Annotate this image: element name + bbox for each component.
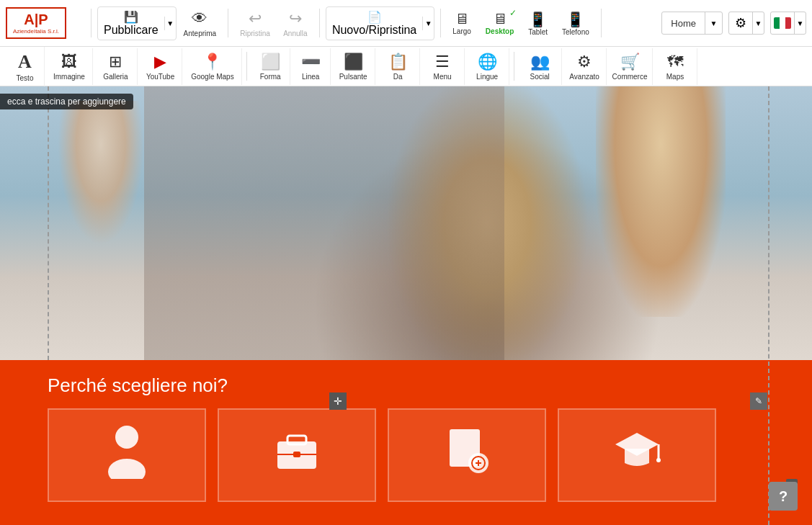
language-button[interactable]: ▼ [770, 12, 806, 35]
svg-rect-1 [780, 17, 785, 29]
shape-icon: ⬜ [261, 53, 280, 71]
maps-label: Google Maps [191, 73, 233, 81]
icon-card-briefcase[interactable] [218, 408, 376, 502]
separator-4 [440, 9, 441, 37]
line-label: Linea [302, 73, 319, 81]
languages-icon: 🌐 [478, 53, 497, 71]
tablet-label: Tablet [528, 28, 548, 36]
redo-icon: ↪ [289, 9, 302, 28]
undo-button[interactable]: ↩ Ripristina [234, 6, 276, 40]
svg-point-4 [108, 459, 146, 479]
preview-button[interactable]: 👁 Anteprima [178, 6, 223, 40]
icon-card-certificate[interactable] [388, 408, 546, 502]
redo-button[interactable]: ↪ Annulla [277, 6, 313, 40]
commerce-tool-button[interactable]: 🛒 Commerce [608, 48, 653, 85]
image-tool-button[interactable]: 🖼 Immagine [46, 48, 93, 85]
edit-button[interactable]: ✎ [750, 392, 767, 410]
gear-icon[interactable]: ⚙ [729, 12, 752, 34]
view-mode-group: 🖥 Largo ✓ 🖥 Desktop 📱 Tablet 📱 Telefono [447, 8, 595, 39]
icon-card-graduation[interactable] [558, 408, 716, 502]
languages-tool-button[interactable]: 🌐 Lingue [466, 48, 509, 85]
menu-label: Menu [434, 73, 452, 81]
graduation-svg [612, 427, 662, 474]
image-icon: 🖼 [61, 53, 77, 71]
new-button[interactable]: 📄 Nuovo/Ripristina ▼ [326, 6, 434, 40]
phone-label: Telefono [562, 28, 589, 36]
from-label: Da [393, 73, 403, 81]
menu-tool-button[interactable]: ☰ Menu [421, 48, 465, 85]
certificate-svg [444, 426, 491, 476]
italy-flag [774, 17, 791, 29]
home-label: Home [662, 18, 705, 29]
commerce-label: Commerce [612, 73, 648, 81]
hero-overlay-tint [144, 86, 504, 360]
youtube-label: YouTube [146, 73, 174, 81]
home-arrow[interactable]: ▼ [705, 12, 722, 34]
tablet-icon: 📱 [529, 11, 547, 28]
advanced-tool-button[interactable]: ⚙ Avanzato [563, 48, 607, 85]
text-tool-button[interactable]: A Testo [6, 47, 45, 86]
briefcase-icon [272, 427, 322, 483]
image-label: Immagine [53, 73, 85, 81]
from-tool-button[interactable]: 📋 Da [377, 48, 420, 85]
button-label: Pulsante [339, 73, 367, 81]
left-ruler [48, 86, 50, 360]
home-dropdown[interactable]: Home ▼ [661, 12, 723, 35]
svg-point-3 [115, 426, 138, 449]
youtube-tool-button[interactable]: ▶ YouTube [139, 48, 182, 85]
icon-card-person[interactable] [48, 408, 206, 502]
perche-title: Perché scegliere noi? [48, 374, 764, 397]
undo-label: Ripristina [240, 30, 270, 37]
line-icon: ➖ [301, 53, 321, 71]
logo-company: AziendeItalia S.r.l. [13, 28, 59, 35]
canvas-area: ecca e trascina per aggiungere La tua ca… [0, 86, 812, 525]
settings-button[interactable]: ⚙ ▼ [728, 12, 764, 35]
element-toolbar: A Testo 🖼 Immagine ⊞ Galleria ▶ YouTube … [0, 47, 812, 86]
company-logo[interactable]: A|P AziendeItalia S.r.l. [6, 7, 66, 39]
maps2-tool-button[interactable]: 🗺 Maps [654, 48, 697, 85]
help-button[interactable]: ? [769, 482, 798, 511]
maps-icon: 📍 [202, 53, 222, 71]
drag-hint: ecca e trascina per aggiungere [0, 94, 133, 109]
icons-row [48, 408, 764, 502]
student-left [58, 101, 144, 245]
new-main[interactable]: 📄 Nuovo/Ripristina [326, 7, 422, 40]
logo-area: A|P AziendeItalia S.r.l. [6, 7, 85, 39]
gallery-tool-button[interactable]: ⊞ Galleria [94, 48, 138, 85]
drag-hint-text: ecca e trascina per aggiungere [7, 97, 126, 107]
text-label: Testo [17, 74, 34, 82]
new-label: Nuovo/Ripristina [332, 24, 416, 37]
publish-main[interactable]: 💾 Pubblicare [98, 7, 164, 40]
shape-label: Forma [260, 73, 281, 81]
redo-label: Annulla [283, 30, 307, 37]
button-icon: ⬛ [344, 53, 363, 71]
publish-arrow[interactable]: ▼ [164, 17, 176, 30]
view-desktop-button[interactable]: ✓ 🖥 Desktop [480, 8, 519, 38]
publish-button[interactable]: 💾 Pubblicare ▼ [97, 6, 177, 40]
move-handle[interactable]: ✛ [329, 392, 347, 410]
button-tool-button[interactable]: ⬛ Pulsante [332, 48, 375, 85]
lang-arrow[interactable]: ▼ [794, 12, 806, 34]
large-icon: 🖥 [455, 11, 469, 27]
view-large-button[interactable]: 🖥 Largo [447, 8, 477, 38]
social-tool-button[interactable]: 👥 Social [519, 48, 562, 85]
line-tool-button[interactable]: ➖ Linea [292, 48, 331, 85]
view-phone-button[interactable]: 📱 Telefono [556, 8, 595, 39]
maps-tool-button[interactable]: 📍 Google Maps [184, 48, 241, 85]
publish-group: 💾 Pubblicare ▼ 👁 Anteprima [97, 6, 222, 40]
gallery-label: Galleria [103, 73, 128, 81]
preview-icon: 👁 [192, 9, 208, 28]
youtube-icon: ▶ [154, 53, 166, 71]
certificate-icon [444, 426, 491, 485]
new-arrow[interactable]: ▼ [422, 17, 434, 30]
shape-tool-button[interactable]: ⬜ Forma [251, 48, 290, 85]
from-icon: 📋 [388, 53, 408, 71]
social-label: Social [530, 73, 549, 81]
view-tablet-button[interactable]: 📱 Tablet [522, 8, 553, 39]
hero-section [0, 86, 812, 360]
svg-rect-0 [774, 17, 780, 29]
person-icon [102, 421, 152, 489]
settings-arrow[interactable]: ▼ [752, 12, 764, 34]
social-icon: 👥 [530, 53, 550, 71]
hero-background [0, 86, 812, 360]
